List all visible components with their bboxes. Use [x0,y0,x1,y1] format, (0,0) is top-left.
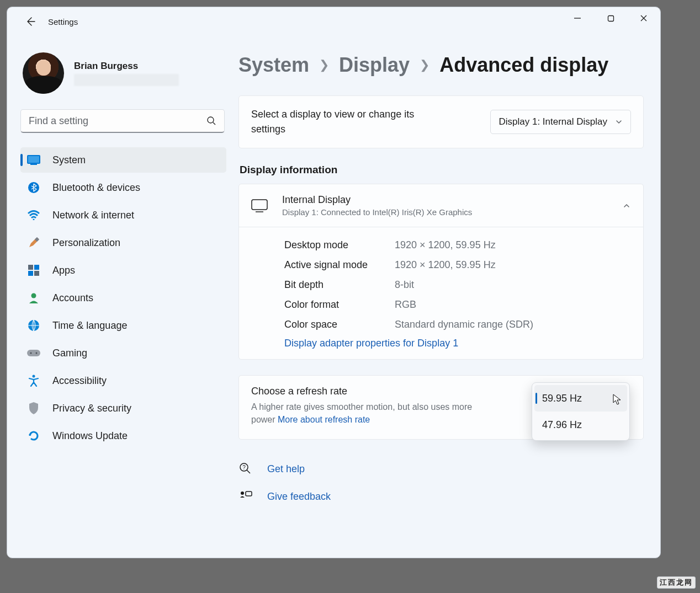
breadcrumb-current: Advanced display [439,54,608,77]
svg-rect-13 [34,271,39,276]
nav-label: Accessibility [52,375,107,387]
minimize-button[interactable] [561,7,594,29]
search-input[interactable] [29,115,194,127]
display-name: Internal Display [282,194,472,206]
svg-point-18 [36,352,38,354]
svg-rect-25 [246,492,252,496]
avatar [23,52,64,94]
refresh-rate-popup: 59.95 Hz 47.96 Hz [532,382,630,441]
refresh-option-1[interactable]: 47.96 Hz [534,412,627,438]
nav-label: Network & internet [52,210,134,221]
sidebar-item-accessibility[interactable]: Accessibility [20,368,226,393]
row-color-space: Color spaceStandard dynamic range (SDR) [284,314,631,334]
svg-line-3 [213,122,215,125]
give-feedback-row: Give feedback [238,489,644,504]
chevron-down-icon [615,118,623,126]
help-icon: ? [238,462,253,476]
sidebar-item-privacy[interactable]: Privacy & security [20,396,226,421]
sidebar-item-gaming[interactable]: Gaming [20,340,226,366]
apps-icon [27,264,40,277]
chevron-right-icon: ❯ [420,58,429,72]
display-selector-dropdown[interactable]: Display 1: Internal Display [490,110,631,134]
breadcrumb-system[interactable]: System [238,54,309,77]
close-button[interactable] [627,7,660,29]
nav-label: Personalization [52,237,120,249]
refresh-rate-card: Choose a refresh rate A higher rate give… [238,375,644,440]
row-bit-depth: Bit depth8-bit [284,275,631,295]
back-button[interactable] [19,10,41,33]
select-display-card: Select a display to view or change its s… [238,95,644,148]
person-icon [27,291,40,304]
search-box[interactable] [20,109,225,133]
adapter-properties-link[interactable]: Display adapter properties for Display 1 [284,338,458,349]
give-feedback-link[interactable]: Give feedback [267,491,331,503]
bluetooth-icon [27,181,40,194]
row-color-format: Color formatRGB [284,295,631,314]
window-body: Brian Burgess System Bluetooth & devices [7,36,660,558]
sidebar-item-bluetooth[interactable]: Bluetooth & devices [20,175,226,200]
nav-label: Gaming [52,348,87,359]
svg-point-2 [208,117,214,123]
chevron-right-icon: ❯ [319,58,329,72]
update-icon [27,429,40,442]
user-text: Brian Burgess [74,61,179,86]
select-display-prompt: Select a display to view or change its s… [251,107,450,137]
sidebar-item-network[interactable]: Network & internet [20,202,226,228]
monitor-icon [251,199,268,212]
wifi-icon [27,209,40,222]
svg-rect-16 [27,350,40,356]
main-content: System ❯ Display ❯ Advanced display Sele… [236,36,660,558]
sidebar-item-windows-update[interactable]: Windows Update [20,423,226,448]
sidebar-item-time-language[interactable]: Time & language [20,313,226,338]
window-controls [561,7,660,29]
nav-label: Time & language [52,320,127,332]
row-active-signal: Active signal mode1920 × 1200, 59.95 Hz [284,255,631,275]
svg-rect-11 [34,265,39,270]
nav-label: Windows Update [52,430,128,442]
svg-rect-6 [30,164,37,165]
svg-point-24 [241,492,244,495]
username: Brian Burgess [74,61,179,72]
close-icon [640,14,648,22]
arrow-left-icon [25,16,36,27]
watermark: 江西龙网 [657,576,696,589]
brush-icon [27,236,40,249]
nav-label: Privacy & security [52,403,131,414]
globe-icon [27,319,40,332]
system-icon [27,153,40,167]
feedback-icon [238,489,253,504]
sidebar-item-personalization[interactable]: Personalization [20,230,226,255]
get-help-row: ? Get help [238,462,644,476]
user-profile[interactable]: Brian Burgess [23,52,226,94]
display-info-header[interactable]: Internal Display Display 1: Connected to… [239,184,643,227]
accessibility-icon [27,374,40,387]
display-details: Desktop mode1920 × 1200, 59.95 Hz Active… [239,227,643,359]
settings-window: Settings Brian Burgess [7,7,661,558]
search-icon [206,116,216,126]
svg-rect-12 [28,271,33,276]
nav-label: System [52,154,86,166]
svg-point-8 [33,219,35,221]
get-help-link[interactable]: Get help [267,463,305,475]
refresh-more-link[interactable]: More about refresh rate [278,415,370,424]
user-email-redacted [74,74,179,86]
dropdown-selected: Display 1: Internal Display [499,116,607,127]
svg-point-14 [31,293,36,298]
breadcrumb-display[interactable]: Display [339,54,410,77]
maximize-icon [607,15,614,22]
titlebar: Settings [7,7,660,36]
maximize-button[interactable] [594,7,627,29]
sidebar-item-system[interactable]: System [20,147,226,173]
nav-label: Apps [52,265,75,276]
svg-text:?: ? [242,464,246,471]
svg-point-19 [33,375,35,378]
display-connection: Display 1: Connected to Intel(R) Iris(R)… [282,207,472,217]
chevron-up-icon [622,201,631,210]
refresh-option-0[interactable]: 59.95 Hz [534,385,627,412]
sidebar-item-accounts[interactable]: Accounts [20,285,226,311]
svg-point-17 [30,352,32,354]
nav-label: Accounts [52,292,93,304]
svg-rect-1 [608,15,613,21]
sidebar-item-apps[interactable]: Apps [20,258,226,283]
gaming-icon [27,346,40,360]
